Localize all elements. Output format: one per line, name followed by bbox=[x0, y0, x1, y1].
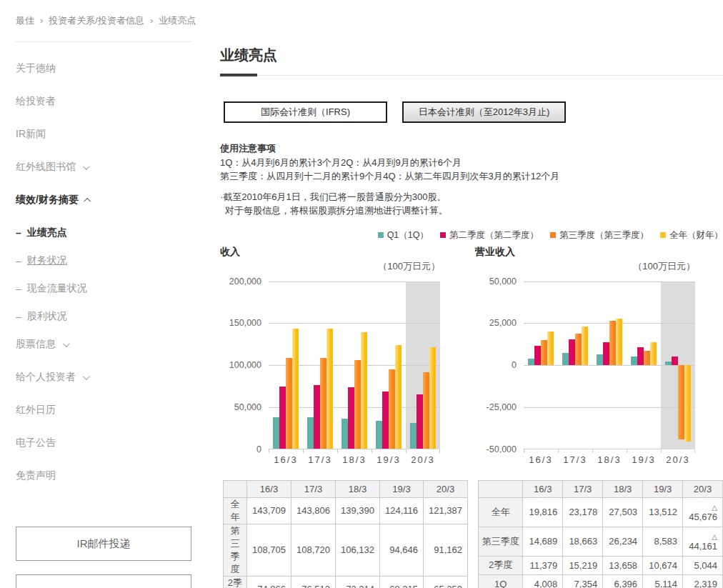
bar bbox=[562, 353, 569, 365]
table-row: 2季度74,86676,51373,31468,21565,250 bbox=[224, 576, 468, 588]
table-cell: 13,658 bbox=[603, 556, 643, 574]
y-axis-labels: 200,000150,000100,00050,0000 bbox=[220, 281, 269, 449]
x-axis-category-label: 20/3 bbox=[406, 454, 440, 465]
table-cell: △45,676 bbox=[683, 497, 723, 527]
breadcrumb-separator: › bbox=[150, 15, 153, 26]
notes-line: 1Q：从4月到6月的累计3个月2Q：从4月到9月的累计6个月 bbox=[220, 156, 723, 170]
tab-accounting-1[interactable]: 日本会计准则（至2012年3月止) bbox=[402, 101, 566, 123]
data-table: 16/317/318/319/320/3全年19,81623,17827,503… bbox=[478, 480, 723, 588]
table-row: 全年143,709143,806139,390124,116121,387 bbox=[224, 497, 468, 524]
table-cell-value: 44,161 bbox=[688, 541, 717, 552]
sidebar-item-电子公告[interactable]: 电子公告 bbox=[16, 437, 191, 449]
sidebar-item-免责声明[interactable]: 免责声明 bbox=[16, 469, 191, 482]
chart-plot-row: 200,000150,000100,00050,0000 bbox=[220, 281, 468, 449]
x-axis-category-label: 17/3 bbox=[303, 454, 337, 465]
table-header-row: 16/317/318/319/320/3 bbox=[479, 480, 723, 497]
sidebar-item-label: 红外线图书馆 bbox=[16, 161, 76, 174]
chevron-up-icon bbox=[84, 197, 91, 204]
bar bbox=[603, 342, 609, 365]
bar bbox=[376, 421, 382, 449]
legend-label: Q1（1Q） bbox=[387, 229, 429, 241]
x-axis-tick bbox=[337, 449, 338, 453]
data-table: 16/317/318/319/320/3全年143,709143,806139,… bbox=[223, 480, 468, 588]
x-axis-tick bbox=[303, 449, 304, 453]
table-cell: 5,044 bbox=[683, 556, 723, 574]
bar bbox=[326, 329, 333, 449]
bar bbox=[541, 340, 547, 365]
table-row: 全年19,81623,17827,50313,512△45,676 bbox=[479, 497, 723, 527]
table-corner-cell bbox=[224, 480, 247, 497]
x-axis-category-label: 18/3 bbox=[592, 454, 627, 465]
sidebar-item-IR新闻[interactable]: IR新闻 bbox=[16, 128, 191, 141]
sidebar-item-给投资者[interactable]: 给投资者 bbox=[16, 95, 191, 108]
sidebar-item-财务状况[interactable]: –财务状况 bbox=[16, 254, 191, 267]
table-cell: 65,250 bbox=[424, 576, 468, 588]
bar bbox=[575, 334, 582, 365]
sidebar: 关于德纳给投资者IR新闻红外线图书馆绩效/财务摘要–业绩亮点–财务状况–现金流量… bbox=[16, 27, 191, 588]
breadcrumb-item[interactable]: 最佳 bbox=[16, 15, 34, 26]
table-cell: 106,132 bbox=[335, 524, 379, 576]
legend-item: Q1（1Q） bbox=[378, 229, 429, 241]
table-cell: 26,234 bbox=[603, 527, 643, 556]
notes-bullet: 对于每股信息，将根据股票拆分追溯地进行调整计算。 bbox=[220, 204, 723, 218]
x-axis-category-label: 16/3 bbox=[524, 454, 558, 465]
legend-label: 第二季度（第二季度） bbox=[449, 229, 539, 241]
bar bbox=[429, 347, 436, 449]
ir-mail-button[interactable]: IR邮件投递 bbox=[16, 527, 191, 561]
dash-icon: – bbox=[16, 255, 21, 266]
sidebar-item-绩效/财务摘要[interactable]: 绩效/财务摘要 bbox=[16, 194, 191, 206]
table-cell: 124,116 bbox=[379, 497, 423, 524]
table-cell: 94,646 bbox=[379, 524, 423, 576]
bar bbox=[678, 365, 684, 439]
table-column-header: 20/3 bbox=[424, 480, 468, 497]
sidebar-item-给个人投资者[interactable]: 给个人投资者 bbox=[16, 371, 191, 384]
chart-column: 收入（100万日元）200,000150,000100,00050,000016… bbox=[220, 246, 468, 588]
bar bbox=[354, 360, 361, 449]
chevron-down-icon bbox=[83, 373, 90, 380]
sidebar-item-股利状况[interactable]: –股利状况 bbox=[16, 310, 191, 323]
table-cell: 143,806 bbox=[291, 497, 335, 524]
legend-label: 第三季度（第三季度） bbox=[559, 229, 649, 241]
gridline bbox=[524, 407, 695, 408]
sidebar-item-红外线图书馆[interactable]: 红外线图书馆 bbox=[16, 161, 191, 174]
table-cell: 91,162 bbox=[424, 524, 468, 576]
chart-title: 营业收入 bbox=[475, 246, 723, 259]
chart-legend: Q1（1Q）第二季度（第二季度）第三季度（第三季度）全年（财年） bbox=[220, 229, 723, 241]
table-row-header: 第三季度 bbox=[224, 524, 247, 576]
table-header-row: 16/317/318/319/320/3 bbox=[224, 480, 468, 497]
bar bbox=[609, 321, 616, 365]
legend-item: 全年（财年） bbox=[660, 229, 723, 241]
bar bbox=[382, 392, 389, 449]
sidebar-item-现金流量状况[interactable]: –现金流量状况 bbox=[16, 282, 191, 295]
y-axis-tick-label: 150,000 bbox=[229, 318, 261, 328]
table-body: 全年19,81623,17827,50313,512△45,676第三季度14,… bbox=[479, 497, 723, 588]
tab-accounting-0[interactable]: 国际会计准则（IFRS) bbox=[224, 101, 387, 123]
sidebar-item-股票信息[interactable]: 股票信息 bbox=[16, 338, 191, 351]
table-column-header: 19/3 bbox=[379, 480, 423, 497]
sidebar-item-关于德纳[interactable]: 关于德纳 bbox=[16, 62, 191, 75]
table-column-header: 17/3 bbox=[563, 480, 603, 497]
bar bbox=[410, 423, 417, 449]
sidebar-partial-button[interactable] bbox=[16, 574, 191, 588]
bar bbox=[644, 351, 650, 365]
bar bbox=[348, 387, 354, 449]
bar bbox=[292, 329, 299, 449]
breadcrumb-item[interactable]: 投资者关系/投资者信息 bbox=[49, 15, 144, 26]
sidebar-item-业绩亮点[interactable]: –业绩亮点 bbox=[16, 226, 191, 239]
main-content: 业绩亮点 国际会计准则（IFRS)日本会计准则（至2012年3月止) 使用注意事… bbox=[220, 27, 723, 588]
bar bbox=[631, 357, 637, 365]
bar bbox=[417, 394, 423, 449]
sidebar-item-红外日历[interactable]: 红外日历 bbox=[16, 404, 191, 417]
bar bbox=[597, 354, 603, 365]
table-row-header: 第三季度 bbox=[479, 527, 523, 556]
table-cell: 139,390 bbox=[335, 497, 379, 524]
y-axis-tick-label: 50,000 bbox=[489, 276, 517, 286]
legend-swatch-icon bbox=[660, 232, 666, 238]
charts-row: 收入（100万日元）200,000150,000100,00050,000016… bbox=[220, 246, 723, 588]
table-cell: 121,387 bbox=[424, 497, 468, 524]
sidebar-item-label: 绩效/财务摘要 bbox=[16, 194, 79, 206]
title-block: 业绩亮点 bbox=[220, 46, 723, 76]
table-cell: 143,709 bbox=[246, 497, 291, 524]
table-corner-cell bbox=[479, 480, 523, 497]
legend-label: 全年（财年） bbox=[669, 229, 723, 241]
